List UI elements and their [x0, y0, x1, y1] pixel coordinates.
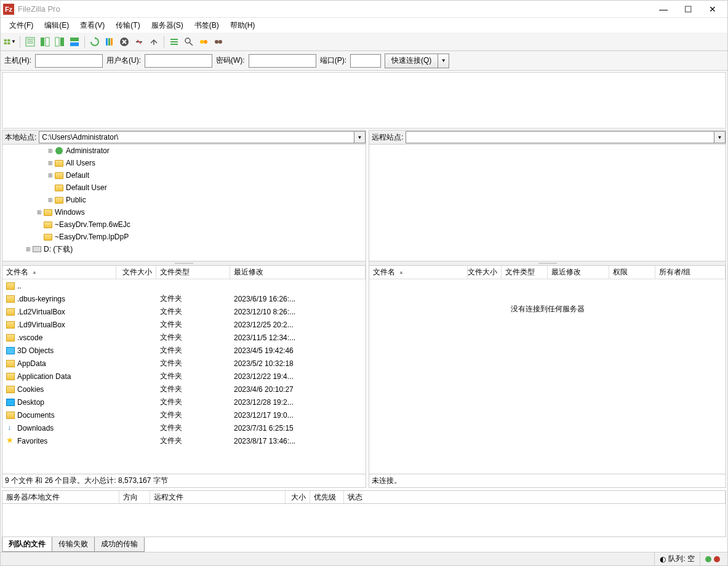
tree-node[interactable]: ~EasyDrv.Temp.lpDpP: [2, 231, 366, 243]
tree-expander-icon[interactable]: ⊞: [47, 148, 54, 154]
rcol-perm[interactable]: 权限: [609, 266, 655, 279]
local-file-header: 文件名▲ 文件大小 文件类型 最近修改: [2, 266, 366, 279]
queue-tab[interactable]: 列队的文件: [2, 537, 52, 552]
menu-file[interactable]: 文件(F): [4, 19, 38, 32]
reconnect-button[interactable]: [147, 35, 161, 49]
rcol-name[interactable]: 文件名▲: [369, 266, 468, 279]
qcol-remote[interactable]: 远程文件: [150, 491, 286, 503]
tree-node[interactable]: ~EasyDrv.Temp.6wEJc: [2, 218, 366, 231]
tree-expander-icon[interactable]: ⊞: [47, 197, 54, 203]
queue-tab[interactable]: 传输失败: [52, 537, 95, 552]
site-manager-button[interactable]: ▼: [3, 35, 17, 49]
file-row[interactable]: Cookies文件夹2023/4/6 20:10:27: [2, 383, 366, 396]
folder-icon: [6, 386, 15, 393]
tree-expander-icon[interactable]: ⊞: [36, 209, 43, 215]
file-row[interactable]: Application Data文件夹2023/12/22 19:4...: [2, 370, 366, 383]
tree-node[interactable]: ⊞Windows: [2, 206, 366, 218]
remote-site-input[interactable]: [406, 131, 714, 143]
file-modified: 2023/6/19 16:26:...: [230, 295, 366, 303]
qcol-priority[interactable]: 优先级: [310, 491, 344, 503]
process-queue-button[interactable]: [103, 35, 116, 49]
tree-node[interactable]: ⊞D: (下载): [2, 243, 366, 255]
toggle-tree-button[interactable]: [38, 35, 52, 49]
tree-node[interactable]: ⊞Administrator: [2, 145, 366, 157]
folder-icon: [54, 159, 64, 167]
file-row[interactable]: AppData文件夹2023/5/2 10:32:18: [2, 357, 366, 370]
sync-browse-button[interactable]: [197, 35, 210, 49]
file-row[interactable]: .dbus-keyrings文件夹2023/6/19 16:26:...: [2, 292, 366, 305]
quickconnect-dropdown[interactable]: ▼: [438, 54, 449, 68]
menu-transfer[interactable]: 传输(T): [111, 19, 145, 32]
col-modified[interactable]: 最近修改: [230, 266, 366, 279]
qcol-direction[interactable]: 方向: [119, 491, 150, 503]
tree-label: Default: [66, 171, 89, 180]
remote-file-list[interactable]: 没有连接到任何服务器: [369, 279, 726, 474]
tree-node[interactable]: ⊞Public: [2, 194, 366, 206]
file-row[interactable]: 3D Objects文件夹2023/4/5 19:42:46: [2, 344, 366, 357]
rcol-modified[interactable]: 最近修改: [548, 266, 609, 279]
file-row[interactable]: ..: [2, 279, 366, 292]
rcol-size[interactable]: 文件大小: [468, 266, 502, 279]
file-row[interactable]: Desktop文件夹2023/12/28 19:2...: [2, 396, 366, 409]
remote-tree[interactable]: [369, 145, 726, 261]
maximize-button[interactable]: ☐: [676, 2, 700, 17]
toggle-queue-button[interactable]: [68, 35, 81, 49]
menu-server[interactable]: 服务器(S): [146, 19, 188, 32]
toggle-remote-tree-button[interactable]: [53, 35, 66, 49]
toggle-log-button[interactable]: [23, 35, 37, 49]
disconnect-button[interactable]: [132, 35, 146, 49]
tree-node[interactable]: Default User: [2, 181, 366, 194]
port-input[interactable]: [350, 54, 381, 68]
menu-view[interactable]: 查看(V): [75, 19, 110, 32]
filter-button[interactable]: [167, 35, 181, 49]
file-row[interactable]: .vscode文件夹2023/11/5 12:34:...: [2, 331, 366, 344]
file-row[interactable]: Downloads文件夹2023/7/31 6:25:15: [2, 421, 366, 434]
col-name[interactable]: 文件名▲: [2, 266, 116, 279]
file-row[interactable]: .Ld9VirtualBox文件夹2023/12/25 20:2...: [2, 318, 366, 331]
tree-label: Windows: [55, 208, 85, 217]
qcol-server[interactable]: 服务器/本地文件: [2, 491, 119, 503]
menu-help[interactable]: 帮助(H): [225, 19, 260, 32]
local-file-list[interactable]: ...dbus-keyrings文件夹2023/6/19 16:26:....L…: [2, 279, 366, 474]
quickconnect-button[interactable]: 快速连接(Q): [385, 54, 438, 68]
tree-expander-icon[interactable]: ⊞: [47, 160, 54, 166]
file-row[interactable]: .Ld2VirtualBox文件夹2023/12/10 8:26:...: [2, 305, 366, 318]
user-label: 用户名(U):: [106, 55, 141, 66]
rcol-type[interactable]: 文件类型: [502, 266, 548, 279]
file-name: Favorites: [17, 437, 47, 445]
close-button[interactable]: ✕: [700, 2, 725, 17]
minimize-button[interactable]: —: [651, 2, 676, 17]
search-button[interactable]: [212, 35, 225, 49]
local-site-input[interactable]: [39, 131, 354, 143]
col-size[interactable]: 文件大小: [116, 266, 156, 279]
compare-button[interactable]: [182, 35, 196, 49]
file-row[interactable]: Documents文件夹2023/12/17 19:0...: [2, 409, 366, 421]
host-input[interactable]: [35, 54, 103, 68]
tree-node[interactable]: ⊞Default: [2, 169, 366, 181]
tree-node[interactable]: ⊞All Users: [2, 157, 366, 169]
queue-tab[interactable]: 成功的传输: [94, 537, 145, 552]
menu-bookmarks[interactable]: 书签(B): [190, 19, 224, 32]
statusbar: ◐ 队列: 空: [1, 552, 727, 565]
refresh-button[interactable]: [88, 35, 102, 49]
cancel-button[interactable]: [118, 35, 131, 49]
user-input[interactable]: [145, 54, 212, 68]
col-type[interactable]: 文件类型: [156, 266, 230, 279]
svg-point-26: [215, 40, 218, 44]
toolbar: ▼: [1, 33, 727, 51]
qcol-status[interactable]: 状态: [344, 491, 726, 503]
tree-expander-icon[interactable]: ⊞: [47, 172, 54, 178]
message-log[interactable]: [2, 72, 726, 129]
tree-expander-icon[interactable]: ⊞: [25, 246, 32, 252]
file-row[interactable]: Favorites文件夹2023/8/17 13:46:...: [2, 434, 366, 447]
local-site-dropdown[interactable]: ▼: [354, 131, 366, 143]
menu-edit[interactable]: 编辑(E): [39, 19, 74, 32]
rcol-owner[interactable]: 所有者/组: [655, 266, 726, 279]
pass-input[interactable]: [249, 54, 316, 68]
tree-label: All Users: [66, 159, 95, 167]
queue-body[interactable]: [2, 504, 726, 537]
svg-rect-12: [70, 38, 79, 41]
qcol-size[interactable]: 大小: [286, 491, 310, 503]
remote-site-dropdown[interactable]: ▼: [714, 131, 726, 143]
local-tree[interactable]: ⊞Administrator⊞All Users⊞DefaultDefault …: [2, 145, 366, 261]
